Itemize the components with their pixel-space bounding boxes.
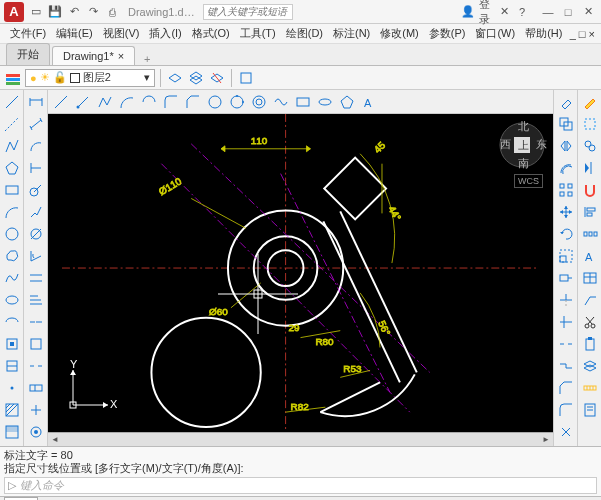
circle-tool[interactable] (2, 224, 22, 244)
fillet-tool[interactable] (161, 92, 181, 112)
menu-tools[interactable]: 工具(T) (236, 24, 280, 43)
text2-tool[interactable]: A (580, 246, 600, 266)
dim-space-tool[interactable] (26, 334, 46, 354)
donut-tool[interactable] (249, 92, 269, 112)
menu-edit[interactable]: 编辑(E) (52, 24, 97, 43)
insert-block-tool[interactable] (2, 334, 22, 354)
search-input[interactable] (203, 4, 293, 20)
view-cube[interactable]: 上 北 南 东 西 (497, 120, 547, 170)
menu-help[interactable]: 帮助(H) (521, 24, 566, 43)
make-block-tool[interactable] (2, 356, 22, 376)
pline-tool[interactable] (95, 92, 115, 112)
arc3-tool[interactable] (139, 92, 159, 112)
menu-window[interactable]: 窗口(W) (471, 24, 519, 43)
spline-tool[interactable] (2, 268, 22, 288)
dim-jogged-tool[interactable] (26, 202, 46, 222)
tab-drawing1[interactable]: Drawing1*× (52, 46, 135, 65)
app-logo[interactable]: A (4, 2, 24, 22)
circle2-tool[interactable] (205, 92, 225, 112)
dim-angular-tool[interactable] (26, 246, 46, 266)
minimize-button[interactable]: — (539, 5, 557, 19)
hatch-tool[interactable] (2, 400, 22, 420)
fillet2-tool[interactable] (556, 400, 576, 420)
maximize-button[interactable]: □ (559, 5, 577, 19)
line-tool[interactable] (2, 92, 22, 112)
print-icon[interactable]: ⎙ (104, 4, 120, 20)
align-tool[interactable] (580, 202, 600, 222)
distribute-tool[interactable] (580, 224, 600, 244)
scale-tool[interactable] (556, 246, 576, 266)
layer2-tool[interactable] (580, 356, 600, 376)
construction-line-tool[interactable] (2, 114, 22, 134)
close-button[interactable]: ✕ (579, 5, 597, 19)
trim-tool[interactable] (556, 290, 576, 310)
dim-ordinate-tool[interactable] (26, 158, 46, 178)
rectangle-tool[interactable] (2, 180, 22, 200)
paste-tool[interactable] (580, 334, 600, 354)
chamfer-tool[interactable] (183, 92, 203, 112)
line2-tool[interactable] (51, 92, 71, 112)
break-tool[interactable] (556, 334, 576, 354)
copy-tool[interactable] (556, 114, 576, 134)
menu-insert[interactable]: 插入(I) (145, 24, 185, 43)
signin-icon[interactable]: 👤 (461, 5, 475, 19)
polygon-tool[interactable] (2, 158, 22, 178)
magnet-tool[interactable] (580, 180, 600, 200)
drawing-canvas[interactable]: Ø110 Ø60 110 44° 45 R80 R53 R82 (48, 114, 553, 432)
extend-tool[interactable] (556, 312, 576, 332)
arc2-tool[interactable] (117, 92, 137, 112)
undo-icon[interactable]: ↶ (66, 4, 82, 20)
open-icon[interactable]: ▭ (28, 4, 44, 20)
layer-freeze-icon[interactable] (187, 69, 205, 87)
redo-icon[interactable]: ↷ (85, 4, 101, 20)
stretch-tool[interactable] (556, 268, 576, 288)
circle3-tool[interactable] (227, 92, 247, 112)
menu-param[interactable]: 参数(P) (425, 24, 470, 43)
ellipse-arc-tool[interactable] (2, 312, 22, 332)
polyline-tool[interactable] (2, 136, 22, 156)
layer-dropdown[interactable]: ● ☀ 🔓 图层2 ▾ (25, 69, 155, 87)
menu-file[interactable]: 文件(F) (6, 24, 50, 43)
erase-tool[interactable] (556, 92, 576, 112)
menu-view[interactable]: 视图(V) (99, 24, 144, 43)
text-tool[interactable]: A (359, 92, 379, 112)
layer-lock-icon[interactable] (208, 69, 226, 87)
point-tool[interactable] (2, 378, 22, 398)
explode-tool[interactable] (556, 422, 576, 442)
layer-iso-icon[interactable] (237, 69, 255, 87)
horizontal-scrollbar[interactable] (48, 432, 553, 446)
ray-tool[interactable] (73, 92, 93, 112)
dim-arc-tool[interactable] (26, 136, 46, 156)
array-tool[interactable] (556, 180, 576, 200)
inspection-tool[interactable] (26, 422, 46, 442)
group-tool[interactable] (580, 136, 600, 156)
dim-linear-tool[interactable] (26, 92, 46, 112)
revcloud-tool[interactable] (2, 246, 22, 266)
join-tool[interactable] (556, 356, 576, 376)
help-icon[interactable]: ? (515, 5, 529, 19)
layer-properties-icon[interactable] (4, 69, 22, 87)
tab-model[interactable]: 模型 (4, 497, 38, 501)
ell2-tool[interactable] (315, 92, 335, 112)
leader-tool[interactable] (580, 290, 600, 310)
tab-start[interactable]: 开始 (6, 43, 50, 65)
dim-break-tool[interactable] (26, 356, 46, 376)
select-tool[interactable] (580, 114, 600, 134)
gradient-tool[interactable] (2, 422, 22, 442)
save-icon[interactable]: 💾 (47, 4, 63, 20)
menu-format[interactable]: 格式(O) (188, 24, 234, 43)
tab-add-button[interactable]: + (137, 53, 157, 65)
menu-draw[interactable]: 绘图(D) (282, 24, 327, 43)
tolerance-tool[interactable] (26, 378, 46, 398)
tab-close-icon[interactable]: × (118, 50, 124, 62)
menu-dimension[interactable]: 标注(N) (329, 24, 374, 43)
arc-tool[interactable] (2, 202, 22, 222)
dim-diameter-tool[interactable] (26, 224, 46, 244)
table-tool[interactable] (580, 268, 600, 288)
signin-label[interactable]: 登录 (479, 5, 493, 19)
measure-tool[interactable] (580, 378, 600, 398)
center-mark-tool[interactable] (26, 400, 46, 420)
spline2-tool[interactable] (271, 92, 291, 112)
exchange-icon[interactable]: ✕ (497, 5, 511, 19)
dim-continue-tool[interactable] (26, 312, 46, 332)
